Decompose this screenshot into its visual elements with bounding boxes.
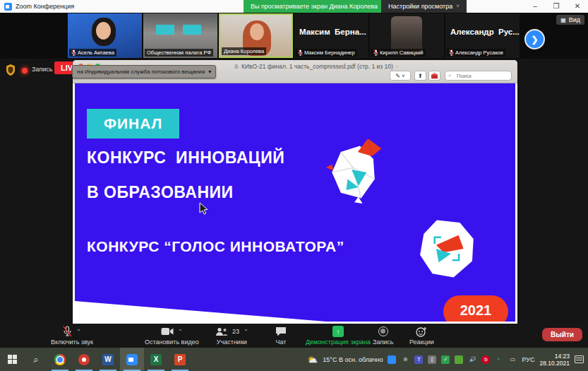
zoom-toolbar: ⌃ Включить звук ⌃ Остановить видео [0, 324, 588, 348]
pdf-document-title: 🗎 КИвО-21 финал. 1 часть_compressed.pdf … [234, 63, 399, 70]
windows-logo-icon [8, 355, 17, 364]
taskbar-chrome[interactable] [48, 348, 72, 371]
video-tile-maksim[interactable]: Максим Берна... Максим Бернадинер [294, 13, 368, 58]
tray-antivirus-icon[interactable] [455, 355, 463, 364]
chevron-up-icon[interactable]: ⌃ [178, 329, 183, 335]
share-tool-button[interactable]: ⬆ [414, 71, 426, 81]
record-button[interactable]: Запись [373, 326, 394, 346]
recording-label: Запись [32, 66, 53, 73]
mouse-cursor-icon [199, 202, 208, 216]
security-shield-icon [6, 64, 16, 76]
taskbar-broadcast-app[interactable] [72, 348, 96, 371]
system-tray: ⛅ 15°C В осн. облачно ≋ T ▯ ✓ 🔊 b ᯤ ▭ РУ… [307, 353, 588, 367]
chat-label: Чат [276, 338, 287, 346]
reactions-label: Реакции [409, 338, 434, 346]
mic-muted-icon [71, 49, 76, 56]
notification-center-icon[interactable] [575, 355, 584, 363]
share-screen-button[interactable]: ↑ Демонстрация экрана [306, 326, 371, 346]
participants-label: Участники [217, 338, 247, 346]
taskbar-search-button[interactable]: ⌕ [24, 348, 48, 371]
pdf-page-area: ФИНАЛ КОНКУРС ИННОВАЦИЙ В ОБРАЗОВАНИИ КО… [73, 83, 517, 324]
grid-icon: ▦ [560, 17, 566, 23]
unmute-button[interactable]: ⌃ Включить звук [51, 326, 93, 346]
zoom-logo-icon [4, 3, 12, 11]
taskbar-date: 28.10.2021 [539, 360, 570, 367]
powerpoint-icon: P [174, 354, 186, 365]
participants-count: 23 [232, 328, 239, 335]
video-tile-aleksandr[interactable]: Александр Рус... Александр Русаков [445, 13, 520, 58]
tray-speaker-icon[interactable]: 🔊 [468, 355, 476, 364]
tray-zoom-icon[interactable] [388, 355, 396, 364]
participant-name-label: Максим Бернадинер [296, 49, 357, 57]
recording-indicator-icon [22, 68, 28, 73]
chevron-down-icon: ˅ [456, 0, 460, 13]
final-badge: ФИНАЛ [87, 109, 179, 139]
window-titlebar: Zoom Конференция Вы просматриваете экран… [0, 0, 588, 13]
minimize-button[interactable]: – [524, 0, 546, 13]
unmute-label: Включить звук [51, 338, 93, 346]
next-participants-button[interactable]: ❯ [526, 30, 544, 48]
chat-button[interactable]: Чат [275, 326, 287, 346]
tray-shield-check-icon[interactable]: ✓ [441, 355, 450, 364]
taskbar-word[interactable]: W [96, 348, 120, 371]
presentation-slide: ФИНАЛ КОНКУРС ИННОВАЦИЙ В ОБРАЗОВАНИИ КО… [75, 83, 515, 322]
reactions-smiley-icon [416, 326, 427, 337]
mic-muted-icon [298, 49, 303, 56]
share-screen-label: Демонстрация экрана [306, 338, 371, 346]
tray-beats-icon[interactable]: b [481, 355, 490, 364]
stream-destination-dropdown[interactable]: на Индивидуальная служба потокового веща… [72, 65, 216, 78]
broadcast-app-icon [78, 354, 90, 365]
view-layout-button[interactable]: ▦ Вид [556, 15, 584, 25]
participants-button[interactable]: 23 ⌃ Участники [215, 326, 248, 346]
tray-battery-icon[interactable]: ▭ [508, 355, 517, 364]
tray-hotspot-icon[interactable]: ᯤ [495, 355, 503, 364]
start-button[interactable] [0, 348, 24, 371]
windows-taskbar: ⌕ W X P ⛅ 15°C В осн. облачно ≋ T ▯ ✓ [0, 348, 588, 371]
view-options-label: Настройки просмотра [388, 0, 452, 13]
zoom-app-window: Zoom Конференция Вы просматриваете экран… [0, 0, 588, 371]
chevron-up-icon[interactable]: ⌃ [244, 329, 248, 335]
window-controls: – ❐ ✕ [524, 0, 588, 13]
chrome-icon [54, 354, 66, 365]
participant-name-label: Кирилл Савицкий [371, 49, 426, 57]
chevron-up-icon[interactable]: ⌃ [76, 329, 81, 335]
share-screen-icon: ↑ [332, 326, 344, 337]
taskbar-clock[interactable]: 14:23 28.10.2021 [539, 353, 570, 367]
close-button[interactable]: ✕ [567, 0, 588, 13]
participant-big-name: Максим Берна... [299, 28, 366, 36]
leave-meeting-button[interactable]: Выйти [542, 328, 582, 341]
weather-text[interactable]: 15°C В осн. облачно [323, 356, 383, 363]
tray-teams-icon[interactable]: T [414, 355, 423, 364]
view-options-button[interactable]: Настройки просмотра ˅ [381, 0, 467, 13]
restore-button[interactable]: ❐ [546, 0, 567, 13]
tray-signal-icon[interactable]: ≋ [401, 355, 409, 364]
tray-device-icon[interactable]: ▯ [428, 355, 436, 364]
taskbar-zoom[interactable] [120, 348, 144, 371]
stop-video-button[interactable]: ⌃ Остановить видео [145, 326, 199, 346]
markup-pen-button[interactable]: ✎ ˅ [390, 71, 411, 81]
video-tile-kirill[interactable]: Кирилл Савицкий [370, 13, 444, 58]
view-layout-label: Вид [569, 16, 580, 23]
taskbar-excel[interactable]: X [144, 348, 168, 371]
record-label: Запись [373, 338, 394, 346]
participant-face [96, 22, 111, 40]
video-tile-asel[interactable]: Асель Акпаева [68, 13, 142, 58]
octagon-logo [415, 218, 477, 280]
video-tile-palata[interactable]: Общественная палата РФ [143, 13, 217, 58]
taskbar-powerpoint[interactable]: P [168, 348, 192, 371]
weather-icon: ⛅ [307, 355, 318, 365]
reactions-button[interactable]: Реакции [409, 326, 434, 346]
toolbox-button[interactable]: 🧰 [428, 71, 440, 81]
language-indicator[interactable]: РУС [522, 356, 534, 363]
origami-bird-logo [320, 137, 388, 205]
zoom-icon [126, 354, 138, 365]
hall-screen-left [156, 25, 174, 35]
shared-pdf-window: 🗎 КИвО-21 финал. 1 часть_compressed.pdf … [73, 60, 517, 324]
mic-muted-icon [63, 326, 72, 337]
chevron-down-icon: ˅ [402, 73, 405, 79]
document-icon: 🗎 [234, 64, 239, 70]
excel-icon: X [150, 354, 162, 365]
pdf-search-input[interactable] [445, 71, 512, 81]
year-badge: 2021 [443, 295, 508, 322]
video-tile-diana-active-speaker[interactable]: Диана Королева [219, 13, 293, 58]
